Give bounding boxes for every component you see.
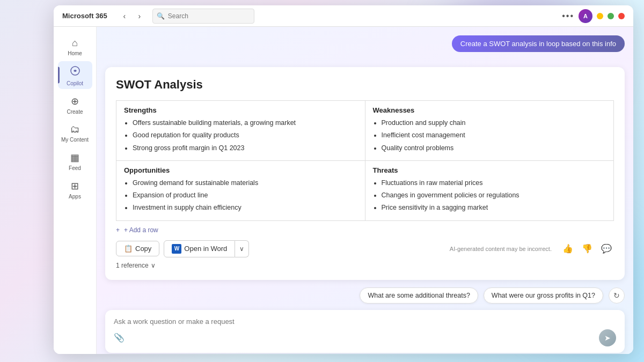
chevron-down-icon: ∨ — [151, 262, 156, 269]
send-icon: ➤ — [604, 334, 611, 342]
comment-icon: 💬 — [601, 244, 612, 253]
feed-icon: ▦ — [70, 152, 79, 164]
create-icon: ⊕ — [71, 95, 79, 107]
search-container: 🔍 — [152, 9, 254, 24]
threats-list: Fluctuations in raw material prices Chan… — [373, 178, 606, 214]
close-button[interactable] — [618, 13, 625, 19]
refresh-icon: ↻ — [613, 291, 620, 300]
list-item: Expansion of product line — [133, 190, 357, 201]
list-item: Fluctuations in raw material prices — [382, 178, 606, 189]
chat-input[interactable] — [114, 317, 616, 326]
more-options-button[interactable]: ••• — [562, 11, 574, 21]
reference-label: 1 reference — [116, 262, 149, 269]
sidebar-label-my-content: My Content — [61, 137, 89, 143]
search-icon: 🔍 — [157, 12, 165, 20]
sidebar-item-feed[interactable]: ▦ Feed — [58, 147, 92, 174]
attach-icon: 📎 — [114, 333, 125, 342]
suggestions-row: What are some additional threats? What w… — [105, 287, 625, 304]
apps-icon: ⊞ — [71, 180, 79, 192]
list-item: Strong gross profit margin in Q1 2023 — [133, 143, 357, 154]
list-item: Inefficient cost management — [382, 130, 606, 141]
suggestion-chip-1[interactable]: What are some additional threats? — [360, 287, 478, 304]
back-button[interactable]: ‹ — [118, 10, 131, 23]
my-content-icon: 🗂 — [70, 124, 80, 135]
minimize-button[interactable] — [597, 13, 603, 19]
sidebar-item-home[interactable]: ⌂ Home — [58, 33, 92, 59]
sidebar-label-feed: Feed — [69, 165, 81, 172]
list-item: Offers sustainable building materials, a… — [133, 117, 357, 129]
list-item: Investment in supply chain efficiency — [133, 202, 357, 213]
sidebar-item-my-content[interactable]: 🗂 My Content — [58, 120, 92, 145]
app-title: Microsoft 365 — [62, 12, 107, 20]
list-item: Good reputation for quality products — [133, 130, 357, 141]
plus-icon: + — [116, 226, 120, 234]
sidebar-item-apps[interactable]: ⊞ Apps — [58, 176, 92, 202]
sidebar-item-create[interactable]: ⊕ Create — [58, 91, 92, 117]
open-word-chevron-button[interactable]: ∨ — [235, 240, 249, 257]
strengths-cell: Strengths Offers sustainable building ma… — [116, 101, 365, 161]
reference-row[interactable]: 1 reference ∨ — [116, 262, 614, 269]
forward-icon: › — [138, 12, 141, 20]
sidebar-label-create: Create — [67, 109, 83, 115]
input-toolbar: 📎 ➤ — [114, 329, 616, 346]
thumbs-up-button[interactable]: 👍 — [560, 242, 575, 255]
thumbs-up-icon: 👍 — [562, 244, 573, 253]
copy-button[interactable]: 📋 Copy — [116, 241, 159, 256]
list-item: Price sensitivity in a sagging market — [382, 202, 606, 213]
titlebar: Microsoft 365 ‹ › 🔍 ••• A — [54, 5, 633, 27]
nav-buttons: ‹ › — [118, 10, 146, 23]
add-row-label: + Add a row — [124, 226, 158, 234]
back-icon: ‹ — [123, 12, 126, 20]
open-in-word-button[interactable]: W Open in Word — [164, 240, 235, 257]
app-window: Microsoft 365 ‹ › 🔍 ••• A — [54, 5, 633, 354]
action-bar: 📋 Copy W Open in Word ∨ AI-generated co — [116, 240, 614, 257]
opportunities-cell: Opportunities Growing demand for sustain… — [116, 160, 365, 220]
sidebar-label-home: Home — [68, 50, 82, 57]
copy-icon: 📋 — [124, 245, 133, 253]
threats-cell: Threats Fluctuations in raw material pri… — [365, 160, 614, 220]
response-card: SWOT Analysis Strengths Offers sustainab… — [105, 67, 625, 280]
chevron-down-icon: ∨ — [239, 245, 244, 253]
sidebar: ⌂ Home Copilot ⊕ Create 🗂 My Co — [54, 27, 97, 354]
sidebar-item-copilot[interactable]: Copilot — [58, 61, 92, 89]
add-row-link[interactable]: + + Add a row — [116, 226, 614, 234]
input-area: 📎 ➤ — [105, 310, 625, 353]
list-item: Changes in government policies or regula… — [382, 190, 606, 201]
opportunities-list: Growing demand for sustainable materials… — [124, 178, 357, 214]
home-icon: ⌂ — [72, 38, 78, 49]
swot-table: Strengths Offers sustainable building ma… — [116, 100, 614, 221]
titlebar-actions: ••• A — [562, 9, 625, 23]
ai-disclaimer: AI-generated content may be incorrect. — [450, 246, 552, 252]
sidebar-label-copilot: Copilot — [67, 80, 83, 87]
strengths-header: Strengths — [124, 106, 357, 114]
user-message-bubble: Create a SWOT analysis in loop based on … — [452, 35, 625, 52]
thumbs-down-icon: 👎 — [582, 244, 592, 253]
weaknesses-header: Weaknesses — [373, 106, 606, 114]
refresh-suggestions-button[interactable]: ↻ — [609, 287, 625, 304]
send-button[interactable]: ➤ — [599, 329, 616, 346]
avatar[interactable]: A — [579, 9, 592, 23]
comment-button[interactable]: 💬 — [599, 242, 614, 255]
swot-title: SWOT Analysis — [116, 78, 614, 92]
strengths-list: Offers sustainable building materials, a… — [124, 117, 357, 154]
weaknesses-cell: Weaknesses Production and supply chain I… — [365, 101, 614, 161]
copy-label: Copy — [135, 245, 151, 253]
attach-button[interactable]: 📎 — [114, 333, 125, 343]
open-word-group: W Open in Word ∨ — [164, 240, 249, 257]
search-input[interactable] — [152, 9, 254, 24]
content-area: Create a SWOT analysis in loop based on … — [97, 27, 633, 354]
opportunities-header: Opportunities — [124, 166, 357, 174]
suggestion-chip-2[interactable]: What were our gross profits in Q1? — [484, 287, 603, 304]
thumbs-down-button[interactable]: 👎 — [580, 242, 595, 255]
forward-button[interactable]: › — [133, 10, 146, 23]
list-item: Production and supply chain — [382, 117, 606, 129]
weaknesses-list: Production and supply chain Inefficient … — [373, 117, 606, 154]
list-item: Growing demand for sustainable materials — [133, 178, 357, 189]
copilot-icon — [70, 65, 80, 79]
threats-header: Threats — [373, 166, 606, 174]
maximize-button[interactable] — [608, 13, 614, 19]
main-layout: ⌂ Home Copilot ⊕ Create 🗂 My Co — [54, 27, 633, 354]
sidebar-label-apps: Apps — [69, 194, 81, 200]
word-icon: W — [172, 244, 181, 254]
open-word-label: Open in Word — [184, 245, 227, 253]
